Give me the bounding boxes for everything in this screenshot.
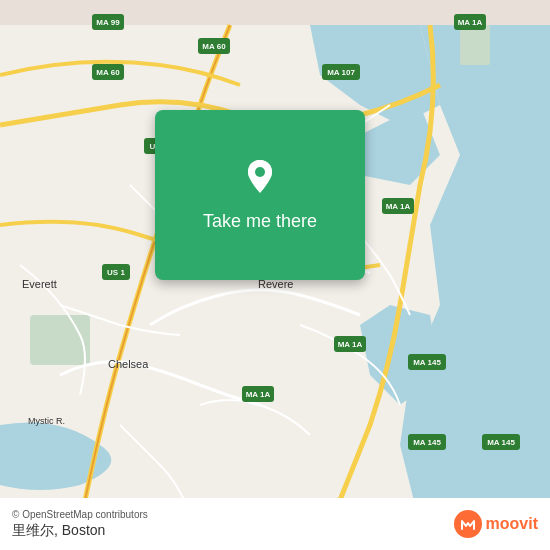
shield-us1: US 1 (102, 264, 130, 280)
take-me-there-button[interactable]: Take me there (191, 207, 329, 236)
popup-overlay: Take me there (155, 110, 365, 280)
shield-ma145-bottom-right: MA 145 (408, 434, 446, 450)
shield-ma107: MA 107 (322, 64, 360, 80)
moovit-m-icon (459, 515, 477, 533)
moovit-logo: moovit (454, 510, 538, 538)
shield-ma145-bottom2: MA 145 (482, 434, 520, 450)
shield-ma1a-right2: MA 1A (334, 336, 366, 352)
shield-ma1a-bottom: MA 1A (242, 386, 274, 402)
shield-ma145-right: MA 145 (408, 354, 446, 370)
shield-ma60-top: MA 60 (198, 38, 230, 54)
svg-rect-6 (460, 25, 490, 65)
map-container: Everett Chelsea Revere Mystic R. MA 99 M… (0, 0, 550, 550)
location-pin-icon (240, 155, 280, 195)
svg-rect-5 (30, 315, 90, 365)
shield-ma1a-right: MA 1A (382, 198, 414, 214)
moovit-icon (454, 510, 482, 538)
moovit-text: moovit (486, 515, 538, 533)
svg-point-9 (255, 167, 265, 177)
shield-ma1a-top-right: MA 1A (454, 14, 486, 30)
shield-ma60-left: MA 60 (92, 64, 124, 80)
attribution: © OpenStreetMap contributors (12, 509, 148, 520)
bottom-bar: © OpenStreetMap contributors 里维尔, Boston… (0, 498, 550, 550)
shield-ma99-top-left: MA 99 (92, 14, 124, 30)
location-text: 里维尔, Boston (12, 522, 148, 540)
